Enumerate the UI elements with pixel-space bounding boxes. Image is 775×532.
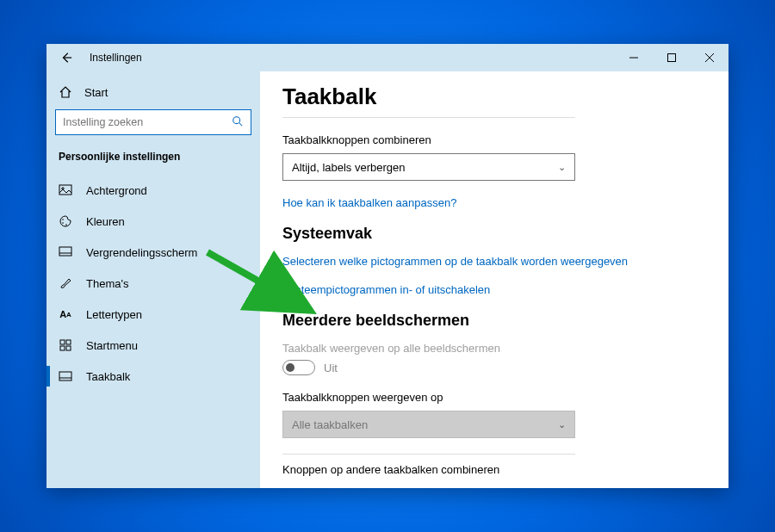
- show-on-all-toggle[interactable]: [282, 360, 315, 375]
- picture-icon: [59, 183, 72, 197]
- nav-item-fonts[interactable]: AA Lettertypen: [46, 299, 260, 330]
- svg-point-8: [62, 219, 64, 220]
- toggle-state-label: Uit: [324, 362, 338, 374]
- svg-point-10: [65, 224, 67, 226]
- svg-rect-13: [60, 340, 65, 344]
- main-panel: Taakbalk Taakbalkknoppen combineren Alti…: [260, 71, 728, 488]
- nav-label: Startmenu: [86, 339, 138, 352]
- nav-item-background[interactable]: Achtergrond: [46, 175, 260, 206]
- show-on-all-toggle-row: Uit: [282, 360, 689, 375]
- sidebar-heading: Persoonlijke instellingen: [46, 151, 260, 175]
- nav-label: Thema's: [86, 277, 128, 290]
- svg-rect-14: [66, 340, 71, 344]
- back-button[interactable]: [59, 50, 74, 65]
- nav-item-startmenu[interactable]: Startmenu: [46, 330, 260, 361]
- nav-label: Taakbalk: [86, 370, 130, 383]
- chevron-down-icon: ⌄: [558, 162, 566, 173]
- show-on-all-label: Taakbalk weergeven op alle beeldschermen: [282, 342, 689, 355]
- combine-value: Altijd, labels verbergen: [292, 161, 406, 174]
- nav-item-lockscreen[interactable]: Vergrendelingsscherm: [46, 237, 260, 268]
- search-box[interactable]: [55, 109, 251, 135]
- nav-label: Vergrendelingsscherm: [86, 246, 197, 259]
- svg-rect-6: [59, 185, 71, 195]
- customize-link[interactable]: Hoe kan ik taakbalken aanpassen?: [282, 196, 689, 209]
- brush-icon: [59, 276, 72, 290]
- svg-rect-1: [668, 54, 676, 62]
- close-button[interactable]: [691, 44, 728, 71]
- home-button[interactable]: Start: [46, 85, 260, 109]
- svg-rect-11: [59, 247, 71, 256]
- titlebar: Instellingen: [46, 44, 728, 71]
- combine-other-label: Knoppen op andere taakbalken combineren: [282, 463, 689, 476]
- show-buttons-on-dropdown: Alle taakbalken ⌄: [282, 411, 575, 438]
- taskbar-icon: [59, 369, 72, 383]
- window-controls: [615, 44, 728, 71]
- search-icon: [232, 115, 244, 130]
- show-buttons-on-value: Alle taakbalken: [292, 418, 368, 431]
- home-label: Start: [84, 86, 108, 99]
- font-icon: AA: [59, 307, 72, 321]
- content-area: Start Persoonlijke instellingen Achtergr…: [46, 71, 728, 488]
- systray-toggle-icons-link[interactable]: Systeempictogrammen in- of uitschakelen: [282, 283, 689, 296]
- svg-point-4: [233, 116, 240, 123]
- nav-label: Kleuren: [86, 215, 125, 228]
- multimon-heading: Meerdere beeldschermen: [282, 312, 689, 330]
- home-icon: [59, 85, 72, 99]
- divider: [282, 117, 575, 118]
- window-title: Instellingen: [90, 52, 142, 64]
- combine-label: Taakbalkknoppen combineren: [282, 133, 689, 146]
- palette-icon: [59, 214, 72, 228]
- svg-point-9: [62, 222, 64, 224]
- show-buttons-on-label: Taakbalkknoppen weergeven op: [282, 391, 689, 404]
- nav-label: Achtergrond: [86, 184, 147, 197]
- svg-rect-16: [66, 346, 71, 350]
- maximize-button[interactable]: [653, 44, 691, 71]
- chevron-down-icon: ⌄: [558, 419, 566, 430]
- nav-label: Lettertypen: [86, 308, 142, 321]
- lockscreen-icon: [59, 245, 72, 259]
- svg-line-5: [239, 122, 243, 126]
- minimize-button[interactable]: [615, 44, 653, 71]
- arrow-left-icon: [60, 52, 72, 64]
- nav-item-taskbar[interactable]: Taakbalk: [46, 361, 260, 392]
- systray-select-icons-link[interactable]: Selecteren welke pictogrammen op de taak…: [282, 255, 689, 268]
- nav-item-colors[interactable]: Kleuren: [46, 206, 260, 237]
- settings-window: Instellingen Start Persoonlijke instelli…: [46, 44, 728, 488]
- search-input[interactable]: [63, 116, 232, 128]
- sidebar: Start Persoonlijke instellingen Achtergr…: [46, 71, 260, 488]
- page-title: Taakbalk: [282, 84, 689, 110]
- systray-heading: Systeemvak: [282, 225, 689, 243]
- nav-item-themes[interactable]: Thema's: [46, 268, 260, 299]
- divider: [282, 454, 575, 455]
- svg-rect-17: [59, 372, 71, 380]
- svg-rect-15: [60, 346, 65, 350]
- combine-dropdown[interactable]: Altijd, labels verbergen ⌄: [282, 153, 575, 181]
- start-icon: [59, 338, 72, 352]
